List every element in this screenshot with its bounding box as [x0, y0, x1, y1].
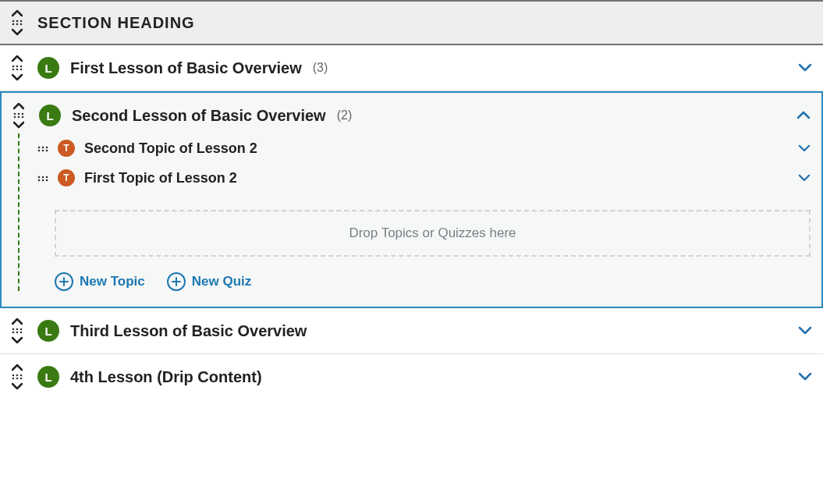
svg-point-10	[16, 69, 19, 71]
add-actions: New Topic New Quiz	[55, 272, 811, 291]
svg-point-36	[12, 374, 15, 377]
svg-point-4	[16, 23, 19, 26]
svg-point-3	[12, 23, 15, 26]
lesson-title: First Lesson of Basic Overview	[70, 59, 302, 77]
chevron-down-icon[interactable]	[798, 171, 811, 185]
svg-point-24	[38, 176, 41, 179]
svg-point-40	[16, 378, 19, 380]
svg-point-18	[38, 147, 41, 149]
chevron-up-icon[interactable]	[796, 108, 811, 122]
topic-badge-icon: T	[58, 169, 75, 186]
svg-point-15	[14, 116, 16, 119]
lesson-row[interactable]: L 4th Lesson (Drip Content)	[0, 354, 823, 399]
svg-point-16	[18, 116, 20, 119]
drag-handle-icon[interactable]	[37, 171, 48, 185]
reorder-controls	[11, 102, 27, 129]
new-quiz-label: New Quiz	[192, 274, 252, 289]
move-down-icon[interactable]	[12, 336, 23, 344]
svg-point-23	[46, 150, 48, 152]
move-down-icon[interactable]	[12, 382, 23, 390]
new-quiz-button[interactable]: New Quiz	[167, 272, 252, 291]
chevron-down-icon[interactable]	[798, 61, 812, 75]
svg-point-0	[12, 20, 15, 23]
svg-point-27	[38, 179, 41, 182]
lesson-row[interactable]: L First Lesson of Basic Overview (3)	[0, 45, 823, 91]
svg-point-17	[22, 116, 24, 119]
svg-point-41	[20, 378, 23, 380]
move-up-icon[interactable]	[12, 364, 23, 371]
svg-point-5	[20, 23, 23, 26]
svg-point-19	[42, 147, 44, 149]
lesson-badge-icon: L	[37, 366, 59, 388]
svg-point-9	[12, 69, 15, 71]
svg-point-20	[46, 147, 48, 149]
lesson-badge-icon: L	[37, 320, 59, 342]
svg-point-34	[16, 332, 19, 334]
svg-point-7	[16, 66, 19, 68]
new-topic-label: New Topic	[80, 274, 145, 289]
drag-handle-icon[interactable]	[12, 374, 23, 380]
lesson-badge-icon: L	[37, 57, 59, 79]
svg-point-13	[18, 113, 20, 115]
move-up-icon[interactable]	[12, 318, 23, 325]
dropzone[interactable]: Drop Topics or Quizzes here	[55, 210, 811, 257]
reorder-controls	[9, 364, 25, 390]
lesson-badge-icon: L	[39, 105, 61, 126]
move-down-icon[interactable]	[12, 28, 23, 36]
drag-handle-icon[interactable]	[13, 112, 24, 119]
move-up-icon[interactable]	[12, 55, 23, 62]
svg-point-38	[20, 374, 23, 377]
svg-point-30	[12, 328, 15, 331]
lesson-title: Third Lesson of Basic Overview	[70, 322, 307, 340]
chevron-down-icon[interactable]	[798, 370, 812, 384]
chevron-down-icon[interactable]	[798, 324, 812, 338]
drag-handle-icon[interactable]	[37, 141, 48, 155]
svg-point-33	[12, 332, 15, 334]
topic-title: First Topic of Lesson 2	[84, 170, 789, 186]
section-heading-row: SECTION HEADING	[0, 0, 823, 45]
plus-circle-icon	[167, 272, 186, 291]
lesson-count: (3)	[313, 61, 328, 75]
drag-handle-icon[interactable]	[12, 328, 23, 334]
topic-title: Second Topic of Lesson 2	[84, 140, 789, 157]
svg-point-25	[42, 176, 44, 179]
lesson-count: (2)	[337, 108, 353, 122]
svg-point-2	[20, 20, 23, 23]
svg-point-12	[14, 113, 16, 115]
svg-point-21	[38, 150, 41, 152]
svg-point-31	[16, 328, 19, 331]
lesson-row[interactable]: L Third Lesson of Basic Overview	[0, 308, 823, 354]
section-title: SECTION HEADING	[37, 14, 195, 32]
drag-handle-icon[interactable]	[12, 20, 23, 26]
svg-point-26	[46, 176, 48, 179]
topic-badge-icon: T	[58, 140, 75, 157]
lesson-title: 4th Lesson (Drip Content)	[70, 368, 262, 386]
svg-point-8	[20, 66, 23, 68]
move-up-icon[interactable]	[12, 9, 23, 17]
svg-point-39	[12, 378, 15, 380]
lesson-title: Second Lesson of Basic Overview	[72, 107, 326, 125]
svg-point-35	[20, 332, 23, 334]
move-down-icon[interactable]	[13, 121, 24, 129]
svg-point-14	[22, 113, 24, 115]
new-topic-button[interactable]: New Topic	[55, 272, 145, 291]
reorder-controls	[9, 9, 25, 36]
svg-point-37	[16, 374, 19, 377]
lesson-row-expanded: L Second Lesson of Basic Overview (2)	[0, 91, 823, 308]
drag-handle-icon[interactable]	[12, 65, 23, 71]
svg-point-28	[42, 179, 44, 182]
reorder-controls	[9, 318, 25, 344]
topic-row[interactable]: T Second Topic of Lesson 2	[31, 133, 811, 163]
svg-point-6	[12, 66, 15, 68]
svg-point-1	[16, 20, 19, 23]
move-up-icon[interactable]	[13, 102, 24, 110]
svg-point-11	[20, 69, 23, 71]
svg-point-22	[42, 150, 44, 152]
plus-circle-icon	[55, 272, 73, 291]
svg-point-29	[46, 179, 48, 182]
reorder-controls	[9, 55, 25, 81]
chevron-down-icon[interactable]	[798, 141, 811, 155]
tree-spine	[11, 133, 27, 291]
topic-row[interactable]: T First Topic of Lesson 2	[31, 163, 811, 193]
move-down-icon[interactable]	[12, 73, 23, 81]
